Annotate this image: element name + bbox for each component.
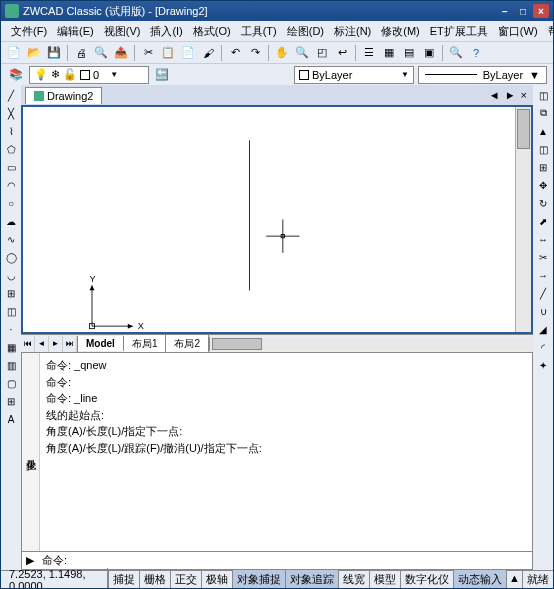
cmd-panel-label[interactable]: 最少化 <box>22 353 40 551</box>
grid-toggle[interactable]: 栅格 <box>139 570 170 589</box>
layer-select[interactable]: 💡 ❄ 🔓 0 ▼ <box>29 66 149 84</box>
tab-first[interactable]: ⏮ <box>21 336 35 352</box>
toolpalette-button[interactable]: ▤ <box>400 44 418 62</box>
minimize-button[interactable]: − <box>497 4 513 18</box>
menu-insert[interactable]: 插入(I) <box>146 22 186 41</box>
zoomwin-button[interactable]: ◰ <box>313 44 331 62</box>
matchprop-button[interactable]: 🖌 <box>199 44 217 62</box>
layout2-tab[interactable]: 布局2 <box>166 335 209 353</box>
command-history-text[interactable]: 命令: _qnew 命令: 命令: _line 线的起始点: 角度(A)/长度(… <box>40 353 532 551</box>
line-tool[interactable]: ╱ <box>3 87 19 103</box>
makeblock-tool[interactable]: ◫ <box>3 303 19 319</box>
menu-modify[interactable]: 修改(M) <box>377 22 424 41</box>
menu-help[interactable]: 帮助(H) <box>544 22 554 41</box>
join-tool[interactable]: ∪ <box>535 303 551 319</box>
copy-tool[interactable]: ⧉ <box>535 105 551 121</box>
tab-next[interactable]: ► <box>49 336 63 352</box>
array-tool[interactable]: ⊞ <box>535 159 551 175</box>
point-tool[interactable]: · <box>3 321 19 337</box>
osnap-toggle[interactable]: 对象捕捉 <box>232 570 285 589</box>
drawing-tab[interactable]: Drawing2 <box>25 87 102 104</box>
gradient-tool[interactable]: ▥ <box>3 357 19 373</box>
undo-button[interactable]: ↶ <box>226 44 244 62</box>
polygon-tool[interactable]: ⬠ <box>3 141 19 157</box>
linestyle-select[interactable]: ByLayer ▼ <box>418 66 547 84</box>
hatch-tool[interactable]: ▦ <box>3 339 19 355</box>
menu-tools[interactable]: 工具(T) <box>237 22 281 41</box>
open-button[interactable]: 📂 <box>25 44 43 62</box>
dyninput-toggle[interactable]: 动态输入 <box>453 570 506 589</box>
tab-prev[interactable]: ◄ <box>35 336 49 352</box>
zoomprev-button[interactable]: ↩ <box>333 44 351 62</box>
menu-ettools[interactable]: ET扩展工具 <box>426 22 492 41</box>
mirror-tool[interactable]: ▲ <box>535 123 551 139</box>
stretch-tool[interactable]: ↔ <box>535 231 551 247</box>
menu-window[interactable]: 窗口(W) <box>494 22 542 41</box>
pan-button[interactable]: ✋ <box>273 44 291 62</box>
zoom-button[interactable]: 🔍 <box>293 44 311 62</box>
scale-tool[interactable]: ⬈ <box>535 213 551 229</box>
calc-button[interactable]: ▣ <box>420 44 438 62</box>
help-button[interactable]: ? <box>467 44 485 62</box>
offset-tool[interactable]: ◫ <box>535 141 551 157</box>
tab-close[interactable]: × <box>519 87 529 103</box>
paste-button[interactable]: 📄 <box>179 44 197 62</box>
linetype-select[interactable]: ByLayer ▼ <box>294 66 414 84</box>
maximize-button[interactable]: □ <box>515 4 531 18</box>
text-tool[interactable]: A <box>3 411 19 427</box>
move-tool[interactable]: ✥ <box>535 177 551 193</box>
trim-tool[interactable]: ✂ <box>535 249 551 265</box>
ellipse-tool[interactable]: ◯ <box>3 249 19 265</box>
cut-button[interactable]: ✂ <box>139 44 157 62</box>
menu-edit[interactable]: 编辑(E) <box>53 22 98 41</box>
copy-button[interactable]: 📋 <box>159 44 177 62</box>
arc-tool[interactable]: ◠ <box>3 177 19 193</box>
preview-button[interactable]: 🔍 <box>92 44 110 62</box>
lineweight-toggle[interactable]: 线宽 <box>338 570 369 589</box>
digitizer-toggle[interactable]: 数字化仪 <box>400 570 453 589</box>
layout1-tab[interactable]: 布局1 <box>124 335 167 353</box>
layerprops-button[interactable]: 📚 <box>7 66 25 84</box>
rectangle-tool[interactable]: ▭ <box>3 159 19 175</box>
publish-button[interactable]: 📤 <box>112 44 130 62</box>
print-button[interactable]: 🖨 <box>72 44 90 62</box>
snap-toggle[interactable]: 捕捉 <box>108 570 139 589</box>
circle-tool[interactable]: ○ <box>3 195 19 211</box>
designcenter-button[interactable]: ▦ <box>380 44 398 62</box>
zoomall-button[interactable]: 🔍 <box>447 44 465 62</box>
spline-tool[interactable]: ∿ <box>3 231 19 247</box>
revcloud-tool[interactable]: ☁ <box>3 213 19 229</box>
model-toggle[interactable]: 模型 <box>369 570 400 589</box>
menu-file[interactable]: 文件(F) <box>7 22 51 41</box>
region-tool[interactable]: ▢ <box>3 375 19 391</box>
drawing-canvas[interactable]: X Y <box>21 105 533 334</box>
tab-last[interactable]: ⏭ <box>63 336 77 352</box>
close-button[interactable]: × <box>533 4 549 18</box>
new-button[interactable]: 📄 <box>5 44 23 62</box>
save-button[interactable]: 💾 <box>45 44 63 62</box>
menu-draw[interactable]: 绘图(D) <box>283 22 328 41</box>
xline-tool[interactable]: ╳ <box>3 105 19 121</box>
otrack-toggle[interactable]: 对象追踪 <box>285 570 338 589</box>
horizontal-scrollbar[interactable] <box>209 337 533 351</box>
tab-prev[interactable]: ◄ <box>487 87 502 103</box>
menu-format[interactable]: 格式(O) <box>189 22 235 41</box>
redo-button[interactable]: ↷ <box>246 44 264 62</box>
break-tool[interactable]: ╱ <box>535 285 551 301</box>
menu-view[interactable]: 视图(V) <box>100 22 145 41</box>
polar-toggle[interactable]: 极轴 <box>201 570 232 589</box>
coordinates[interactable]: 7.2523, 1.1498, 0.0000 <box>1 568 108 590</box>
rotate-tool[interactable]: ↻ <box>535 195 551 211</box>
vertical-scrollbar[interactable] <box>515 107 531 332</box>
explode-tool[interactable]: ✦ <box>535 357 551 373</box>
menu-dimension[interactable]: 标注(N) <box>330 22 375 41</box>
tab-next[interactable]: ► <box>503 87 518 103</box>
layerprev-button[interactable]: 🔙 <box>153 66 171 84</box>
chamfer-tool[interactable]: ◢ <box>535 321 551 337</box>
fillet-tool[interactable]: ◜ <box>535 339 551 355</box>
block-tool[interactable]: ⊞ <box>3 285 19 301</box>
ortho-toggle[interactable]: 正交 <box>170 570 201 589</box>
model-tab[interactable]: Model <box>78 336 124 351</box>
expand-icon[interactable]: ▲ <box>506 570 522 589</box>
table-tool[interactable]: ⊞ <box>3 393 19 409</box>
